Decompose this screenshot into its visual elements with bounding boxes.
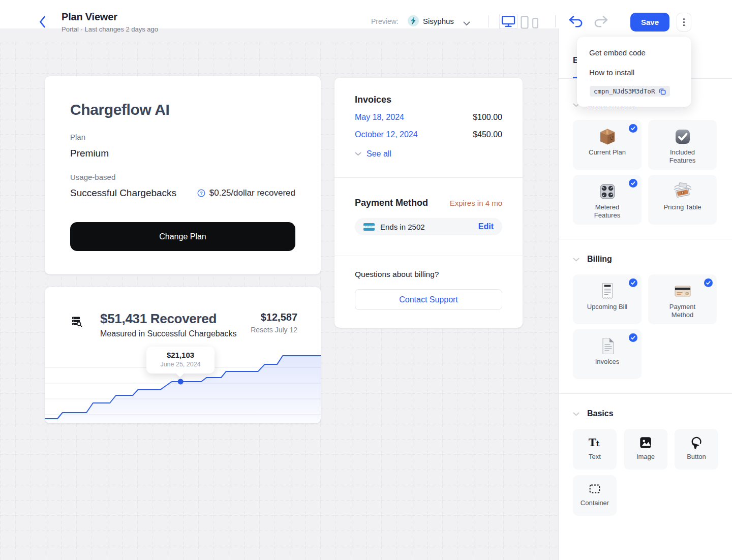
toolbar-divider [488, 15, 489, 27]
page-subtitle: Portal · Last changes 2 days ago [62, 25, 158, 33]
card-brand-icon [363, 223, 375, 231]
element-card-upcoming-bill[interactable]: Upcoming Bill [573, 274, 642, 324]
image-icon [638, 435, 653, 450]
svg-text:T: T [589, 437, 597, 449]
selected-check-badge [704, 278, 713, 287]
current-plan-card[interactable]: Chargeflow AI Plan Premium Usage-based S… [45, 76, 321, 274]
highlighted-data-point[interactable] [178, 379, 184, 385]
contact-support-button[interactable]: Contact Support [355, 289, 502, 310]
undo-button[interactable] [568, 15, 585, 29]
chevron-down-icon[interactable] [463, 19, 470, 23]
element-card-metered-features[interactable]: Metered Features [573, 175, 642, 225]
element-card-label: Invoices [595, 358, 620, 366]
redo-button[interactable] [592, 15, 609, 29]
selected-check-badge [629, 179, 637, 188]
chevron-left-icon [38, 15, 48, 29]
element-card-payment-method[interactable]: Payment Method [648, 274, 717, 324]
tooltip-value: $21,103 [146, 351, 215, 359]
top-bar: Plan Viewer Portal · Last changes 2 days… [0, 0, 732, 28]
element-card-button[interactable]: Button [675, 429, 718, 470]
tablet-preview-button[interactable] [521, 16, 529, 29]
section-divider [559, 393, 732, 394]
invoice-amount: $450.00 [473, 130, 502, 139]
element-card-container[interactable]: Container [573, 475, 617, 516]
chevron-down-icon [355, 152, 361, 156]
element-card-label: Button [687, 453, 706, 461]
payment-method-row: Ends in 2502 Edit [355, 218, 502, 235]
money-wings-icon [673, 181, 693, 202]
element-card-text[interactable]: TtText [573, 429, 617, 470]
invoice-date-link[interactable]: May 18, 2024 [355, 113, 404, 122]
section-header-billing[interactable]: Billing [573, 255, 718, 264]
plan-label: Plan [70, 133, 295, 141]
database-search-icon [71, 316, 82, 327]
recovered-total: $51,431 Recovered [100, 311, 237, 326]
preview-label: Preview: [371, 17, 399, 25]
recovered-caption: Measured in Successful Chargebacks [100, 329, 237, 338]
editor-canvas: Chargeflow AI Plan Premium Usage-based S… [0, 28, 558, 560]
sisyphus-logo-icon [408, 15, 419, 26]
mobile-icon [532, 18, 538, 28]
preview-account-selector[interactable]: Sisyphus [423, 17, 454, 25]
element-grid-billing: Upcoming BillPayment MethodInvoices [573, 274, 718, 379]
desktop-icon [501, 15, 515, 27]
save-button[interactable]: Save [630, 13, 669, 32]
check-square-icon [673, 127, 693, 147]
redo-icon [592, 15, 609, 28]
billing-summary-card[interactable]: Invoices May 18, 2024$100.00October 12, … [334, 78, 523, 328]
selected-check-badge [629, 124, 637, 133]
element-card-pricing-table[interactable]: Pricing Table [648, 175, 717, 225]
control-knobs-icon [597, 181, 618, 202]
element-card-label: Pricing Table [663, 203, 701, 211]
usage-chart-card[interactable]: $51,431 Recovered Measured in Successful… [45, 287, 321, 423]
card-ends-in: Ends in 2502 [380, 223, 425, 231]
copy-icon[interactable] [659, 88, 666, 95]
invoice-date-link[interactable]: October 12, 2024 [355, 130, 418, 139]
section-title: Basics [587, 409, 614, 418]
section-divider [559, 239, 732, 239]
toolbar-divider [555, 15, 556, 27]
container-icon [588, 482, 602, 496]
invoice-row: October 12, 2024$450.00 [355, 130, 502, 139]
reset-caption: Resets July 12 [251, 326, 297, 334]
edit-payment-link[interactable]: Edit [478, 222, 494, 231]
package-icon [597, 127, 618, 147]
change-plan-button[interactable]: Change Plan [70, 222, 295, 251]
tooltip-date: June 25, 2024 [146, 361, 215, 368]
svg-text:t: t [596, 440, 600, 448]
section-header-basics[interactable]: Basics [573, 409, 718, 418]
chevron-down-icon [573, 255, 580, 264]
help-circle-icon[interactable]: ? [197, 189, 205, 197]
element-card-label: Text [589, 453, 601, 461]
back-button[interactable] [38, 15, 49, 29]
credit-card-icon [673, 281, 693, 301]
element-card-label: Payment Method [661, 303, 704, 319]
section-title: Billing [587, 255, 612, 264]
invoice-row: May 18, 2024$100.00 [355, 113, 502, 122]
tablet-icon [521, 16, 529, 29]
menu-item-get-embed-code[interactable]: Get embed code [577, 43, 691, 63]
text-icon: Tt [588, 435, 602, 450]
invoices-title: Invoices [355, 78, 502, 105]
undo-icon [568, 15, 585, 28]
overflow-dropdown-menu: Get embed codeHow to install cmpn_NJdS3M… [577, 37, 691, 107]
see-all-link[interactable]: See all [355, 149, 502, 159]
selected-check-badge [629, 333, 637, 342]
menu-item-how-to-install[interactable]: How to install [577, 63, 691, 82]
desktop-preview-button[interactable] [499, 14, 517, 29]
element-card-image[interactable]: Image [624, 429, 667, 470]
element-card-label: Image [636, 453, 655, 461]
element-card-label: Included Features [661, 148, 704, 165]
svg-text:?: ? [200, 191, 203, 196]
receipt-icon [597, 281, 618, 301]
button-icon [689, 435, 704, 450]
elements-sidebar: Elements EntitlementsCurrent PlanInclude… [558, 28, 732, 560]
element-card-included-features[interactable]: Included Features [648, 120, 717, 170]
element-card-current-plan[interactable]: Current Plan [573, 120, 642, 170]
element-grid-basics: TtTextImageButtonContainer [573, 429, 718, 516]
payment-method-title: Payment Method [355, 198, 428, 208]
overflow-menu-button[interactable] [677, 13, 691, 32]
element-card-invoices[interactable]: Invoices [573, 329, 642, 379]
component-id-chip[interactable]: cmpn_NJdS3M3dToR [590, 86, 670, 97]
mobile-preview-button[interactable] [532, 18, 538, 28]
